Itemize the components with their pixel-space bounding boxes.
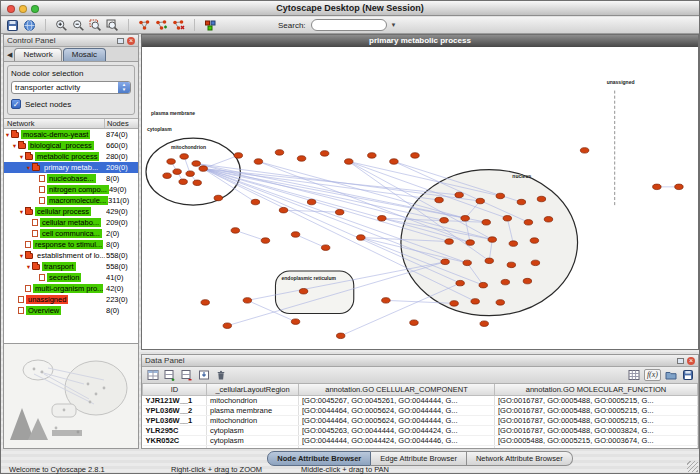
network-node[interactable] — [357, 235, 365, 240]
table-cell[interactable]: [GO:0016787, GO:0005488, GO:0005215, G..… — [495, 395, 698, 405]
network-node[interactable] — [480, 321, 488, 326]
table-cell[interactable]: [GO:0044444, GO:0044424, GO:0044444, G..… — [299, 445, 495, 448]
column-header[interactable]: annotation.GO MOLECULAR_FUNCTION — [495, 384, 698, 395]
tree-row[interactable]: nucleobase...8(0) — [4, 173, 138, 184]
network-node[interactable] — [167, 159, 175, 164]
expand-triangle-icon[interactable]: ▼ — [18, 209, 25, 215]
network-node[interactable] — [488, 237, 496, 242]
zoom-window-button[interactable] — [31, 5, 39, 13]
network-node[interactable] — [466, 240, 474, 245]
network-node[interactable] — [485, 258, 493, 263]
table-cell[interactable]: [GO:0045267, GO:0045261, GO:0044444, G..… — [299, 395, 495, 405]
network-edge[interactable] — [296, 234, 326, 247]
network-node[interactable] — [223, 323, 231, 328]
column-header-nodes[interactable]: Nodes — [105, 119, 138, 128]
network-node[interactable] — [503, 216, 511, 221]
table-cell[interactable]: [GO:0016787, GO:0005488, GO:0005215, G..… — [495, 405, 698, 415]
zoom-out-icon[interactable] — [71, 18, 86, 32]
table-cell[interactable]: [GO:0045263, GO:0044444, GO:0044424, G..… — [299, 425, 495, 435]
network-edge[interactable] — [203, 169, 444, 221]
network-node[interactable] — [382, 298, 390, 303]
network-node[interactable] — [476, 198, 484, 203]
tree-row[interactable]: multi-organism pro...42(0) — [4, 283, 138, 294]
network-node[interactable] — [297, 156, 305, 161]
column-header[interactable]: ID — [143, 384, 207, 395]
table-cell[interactable]: YDR039C__1 — [143, 445, 207, 448]
table-cell[interactable]: [GO:0016787, GO:0005488, GO:0005215, G..… — [495, 415, 698, 425]
network-node[interactable] — [378, 216, 386, 221]
network-node[interactable] — [336, 333, 344, 338]
vizmapper-icon[interactable] — [203, 18, 218, 32]
tree-row[interactable]: ▼cellular process429(0) — [4, 206, 138, 217]
select-nodes-checkbox[interactable]: ✓ — [11, 99, 21, 109]
network-node[interactable] — [243, 298, 251, 303]
tree-row[interactable]: nitrogen compo...49(0) — [4, 184, 138, 195]
network-node[interactable] — [445, 239, 453, 244]
table-cell[interactable]: [GO:0005488, GO:0005215, GO:0003674, G..… — [495, 435, 698, 445]
tab-mosaic[interactable]: Mosaic — [63, 48, 106, 61]
tree-row[interactable]: ▼primary metab...209(0) — [4, 162, 138, 173]
network-node[interactable] — [173, 169, 181, 174]
network-node[interactable] — [279, 207, 287, 212]
network-node[interactable] — [390, 159, 398, 164]
expand-triangle-icon[interactable]: ▼ — [25, 165, 32, 171]
attribute-matrix-icon[interactable] — [627, 368, 642, 382]
network-edge[interactable] — [203, 169, 449, 242]
table-cell[interactable]: YJR121W__1 — [143, 395, 207, 405]
network-node[interactable] — [441, 259, 449, 264]
column-header[interactable]: _cellularLayoutRegion — [207, 384, 299, 395]
network-canvas[interactable]: plasma membranecytoplasmmitochondrionnuc… — [143, 48, 697, 348]
tree-row[interactable]: ▼biological_process660(0) — [4, 140, 138, 151]
float-panel-icon[interactable] — [117, 38, 124, 44]
network-node[interactable] — [214, 195, 222, 200]
close-panel-icon[interactable]: × — [127, 37, 135, 45]
search-dropdown-icon[interactable]: ▼ — [391, 22, 397, 28]
network-node[interactable] — [231, 228, 239, 233]
network-node[interactable] — [234, 153, 242, 158]
expand-triangle-icon[interactable]: ▼ — [4, 132, 11, 138]
table-cell[interactable]: [GO:0044464, GO:0005624, GO:0044444, G..… — [299, 405, 495, 415]
network-node[interactable] — [320, 151, 328, 156]
expand-triangle-icon[interactable]: ▼ — [18, 154, 25, 160]
tree-row[interactable]: ▼mosaic-demo-yeast874(0) — [4, 129, 138, 140]
resize-grip[interactable] — [687, 461, 698, 472]
close-window-button[interactable] — [7, 5, 15, 13]
table-cell[interactable]: cytoplasm — [207, 425, 299, 435]
import-attributes-icon[interactable] — [196, 368, 211, 382]
network-node[interactable] — [675, 184, 683, 189]
save-session-icon[interactable] — [5, 18, 20, 32]
network-node[interactable] — [435, 197, 443, 202]
open-folder-icon[interactable] — [663, 368, 678, 382]
network-node[interactable] — [299, 289, 307, 294]
network-node[interactable] — [461, 216, 469, 221]
network-node[interactable] — [450, 301, 458, 306]
tree-row[interactable]: macromolecule...311(0) — [4, 195, 138, 206]
network-from-selection-icon[interactable] — [154, 18, 169, 32]
network-node[interactable] — [531, 260, 539, 265]
tree-row[interactable]: ▼transport558(0) — [4, 261, 138, 272]
network-node[interactable] — [291, 319, 299, 324]
table-cell[interactable]: cytoplasm — [207, 435, 299, 445]
new-network-icon[interactable] — [137, 18, 152, 32]
search-input[interactable] — [311, 19, 387, 31]
network-node[interactable] — [163, 173, 171, 178]
table-cell[interactable]: mitochondrion — [207, 395, 299, 405]
delete-attribute-icon[interactable] — [179, 368, 194, 382]
table-row[interactable]: YJR121W__1mitochondrion[GO:0045267, GO:0… — [143, 395, 698, 405]
network-node[interactable] — [345, 159, 353, 164]
zoom-fit-icon[interactable] — [105, 18, 120, 32]
network-node[interactable] — [530, 238, 538, 243]
network-node[interactable] — [456, 280, 464, 285]
network-node[interactable] — [335, 209, 343, 214]
create-attribute-icon[interactable] — [162, 368, 177, 382]
network-node[interactable] — [517, 199, 525, 204]
network-node[interactable] — [186, 171, 194, 176]
network-node[interactable] — [496, 193, 504, 198]
network-node[interactable] — [496, 300, 504, 305]
table-cell[interactable]: YPL036W__2 — [143, 405, 207, 415]
float-panel-icon[interactable] — [677, 358, 684, 364]
network-node[interactable] — [482, 220, 490, 225]
table-cell[interactable]: YKR052C — [143, 435, 207, 445]
minimize-window-button[interactable] — [19, 5, 27, 13]
network-node[interactable] — [192, 161, 200, 166]
